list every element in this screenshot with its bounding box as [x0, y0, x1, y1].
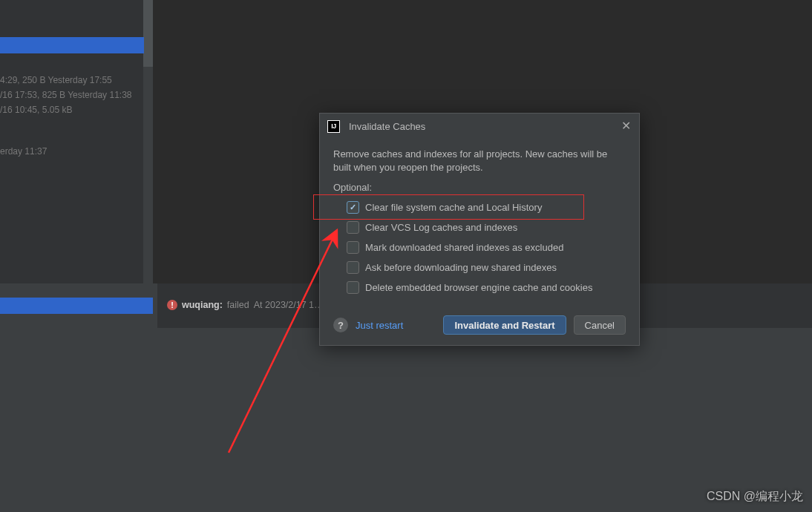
dialog-title: Invalidate Caches: [349, 121, 425, 132]
option-mark-indexes-excluded[interactable]: Mark downloaded shared indexes as exclud…: [333, 237, 626, 257]
help-icon[interactable]: ?: [333, 318, 348, 332]
option-clear-fs-cache[interactable]: Clear file system cache and Local Histor…: [333, 197, 626, 217]
checkbox-icon[interactable]: [347, 261, 359, 274]
app-root: 4:29, 250 B Yesterday 17:55 /16 17:53, 8…: [0, 0, 812, 512]
scrollbar-thumb[interactable]: [143, 0, 153, 67]
dialog-description: Remove caches and indexes for all projec…: [333, 148, 626, 174]
option-label: Clear VCS Log caches and indexes: [365, 222, 517, 233]
watermark: CSDN @编程小龙: [707, 489, 803, 505]
invalidate-caches-dialog: IJ Invalidate Caches ✕ Remove caches and…: [319, 113, 640, 346]
status-state: failed: [227, 300, 249, 310]
file-line: 4:29, 250 B Yesterday 17:55: [0, 73, 141, 88]
invalidate-and-restart-button[interactable]: Invalidate and Restart: [443, 315, 566, 335]
status-time: At 2023/2/17 1…: [254, 300, 324, 310]
option-label: Clear file system cache and Local Histor…: [365, 202, 542, 213]
status-user: wuqiang:: [182, 300, 223, 310]
tool-window-selection[interactable]: [0, 298, 153, 314]
option-clear-vcs-log[interactable]: Clear VCS Log caches and indexes: [333, 217, 626, 237]
option-label: Ask before downloading new shared indexe…: [365, 262, 557, 273]
dialog-body: Remove caches and indexes for all projec…: [320, 140, 639, 308]
checkbox-icon[interactable]: [347, 281, 359, 294]
status-text: ! wuqiang: failed At 2023/2/17 1…: [167, 300, 324, 310]
scrollbar-track[interactable]: [143, 0, 153, 283]
file-line: erday 11:37: [0, 146, 47, 157]
file-line: /16 10:45, 5.05 kB: [0, 102, 141, 117]
just-restart-link[interactable]: Just restart: [356, 320, 403, 331]
checkbox-icon[interactable]: [347, 201, 359, 214]
file-metadata-lines: 4:29, 250 B Yesterday 17:55 /16 17:53, 8…: [0, 73, 141, 117]
close-icon[interactable]: ✕: [618, 119, 633, 134]
tool-window-left: [0, 283, 153, 512]
optional-label: Optional:: [333, 182, 626, 193]
option-label: Mark downloaded shared indexes as exclud…: [365, 242, 563, 253]
intellij-icon: IJ: [327, 120, 340, 133]
error-icon: !: [167, 300, 177, 310]
tree-selected-row[interactable]: [0, 37, 144, 53]
option-label: Delete embedded browser engine cache and…: [365, 282, 592, 293]
file-line: /16 17:53, 825 B Yesterday 11:38: [0, 88, 141, 102]
dialog-footer: ? Just restart Invalidate and Restart Ca…: [320, 308, 639, 345]
checkbox-icon[interactable]: [347, 241, 359, 254]
dialog-titlebar[interactable]: IJ Invalidate Caches ✕: [320, 114, 639, 140]
project-tree-panel: 4:29, 250 B Yesterday 17:55 /16 17:53, 8…: [0, 0, 153, 283]
cancel-button[interactable]: Cancel: [574, 315, 626, 335]
option-ask-download-indexes[interactable]: Ask before downloading new shared indexe…: [333, 257, 626, 278]
checkbox-icon[interactable]: [347, 221, 359, 234]
option-delete-browser-cache[interactable]: Delete embedded browser engine cache and…: [333, 278, 626, 298]
